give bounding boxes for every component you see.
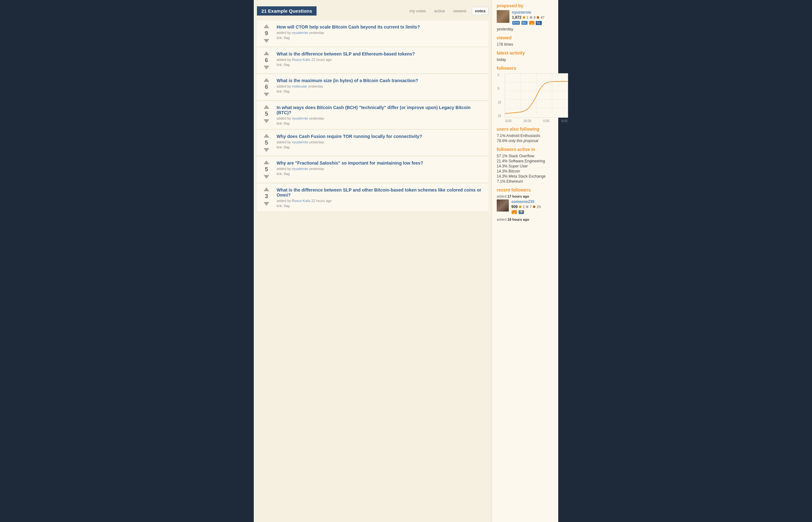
follower-1-silver-icon: [526, 205, 529, 208]
follower-1-info: someone235 909 2 7 29 🔥 🏆: [511, 199, 541, 214]
follower-1-badges: 909 2 7 29: [511, 204, 541, 209]
question-username-7[interactable]: Rosco Kalis: [292, 199, 310, 203]
vote-up-4[interactable]: [263, 105, 269, 109]
tab-my-votes[interactable]: my votes: [407, 7, 429, 15]
question-actions-4: link|flag: [277, 121, 485, 125]
tab-votes[interactable]: votes: [472, 7, 489, 15]
vote-up-3[interactable]: [263, 78, 269, 82]
recent-follower-1: added 17 hours ago someone235 909 2 7: [497, 195, 554, 214]
proposer-avatar: [497, 10, 509, 23]
question-meta-6: added by nyusternie yesterday: [277, 167, 485, 170]
question-meta-4: added by nyusternie yesterday: [277, 116, 485, 120]
question-username-1[interactable]: nyusternie: [292, 31, 308, 35]
proposer-name[interactable]: nyusternie: [512, 10, 544, 15]
question-link-2[interactable]: link: [277, 63, 282, 66]
vote-up-2[interactable]: [263, 52, 269, 55]
question-content-4: In what ways does Bitcoin Cash (BCH) "te…: [277, 105, 485, 125]
question-link-4[interactable]: link: [277, 121, 282, 125]
question-flag-1[interactable]: flag: [284, 36, 290, 40]
question-item-3: 6 What is the maximum size (in bytes) of…: [257, 74, 489, 101]
question-username-6[interactable]: nyusternie: [292, 167, 308, 170]
bronze-badge-icon: [537, 16, 539, 19]
sidebar: proposed by nyusternie 1,872 1 9 47: [492, 0, 558, 522]
follower-1-rep: 909: [511, 204, 518, 209]
vote-down-1[interactable]: [263, 39, 269, 43]
question-content-1: How will CTOR help scale Bitcoin Cash be…: [277, 24, 485, 40]
followers-chart: 15 10 5 0: [497, 73, 554, 123]
eth-badge: ETH: [512, 21, 520, 25]
question-flag-7[interactable]: flag: [284, 204, 290, 208]
question-item-7: 3 What is the difference between SLP and…: [257, 184, 489, 212]
vote-down-7[interactable]: [263, 202, 269, 206]
question-title-2[interactable]: What is the difference between SLP and E…: [277, 52, 485, 57]
vote-up-1[interactable]: [263, 24, 269, 28]
follower-1-badge2: 🏆: [519, 210, 524, 214]
question-title-5[interactable]: Why does Cash Fusion require TOR running…: [277, 134, 485, 139]
vote-down-2[interactable]: [263, 66, 269, 69]
vote-up-7[interactable]: [263, 187, 269, 191]
question-username-5[interactable]: nyusternie: [292, 140, 308, 144]
question-link-5[interactable]: link: [277, 145, 282, 149]
question-content-5: Why does Cash Fusion require TOR running…: [277, 134, 485, 149]
question-flag-4[interactable]: flag: [284, 121, 290, 125]
question-link-7[interactable]: link: [277, 204, 282, 208]
recent-follower-2-time: added 18 hours ago: [497, 218, 554, 221]
chart-y-labels: 15 10 5 0: [498, 73, 501, 118]
proposed-by-label: proposed by: [497, 3, 554, 8]
question-content-6: Why are "Fractional Satoshis" so importa…: [277, 160, 485, 176]
vote-down-4[interactable]: [263, 119, 269, 123]
vote-count-3: 6: [265, 84, 268, 91]
vote-down-3[interactable]: [263, 93, 269, 96]
latest-activity-text: today: [497, 57, 554, 62]
vote-count-5: 5: [265, 140, 268, 146]
proposer-info: nyusternie 1,872 1 9 47 ETH BC 🔥: [512, 10, 544, 25]
question-meta-2: added by Rosco Kalis 22 hours ago: [277, 58, 485, 62]
follower-1-silver: 7: [530, 205, 532, 209]
gold-badge-icon: [523, 16, 525, 19]
question-username-2[interactable]: Rosco Kalis: [292, 58, 310, 62]
question-link-3[interactable]: link: [277, 89, 282, 93]
question-link-6[interactable]: link: [277, 172, 282, 176]
viewed-label: viewed: [497, 35, 554, 40]
question-username-3[interactable]: molecular: [292, 84, 307, 88]
follower-1-gold: 2: [523, 205, 524, 209]
gold-badge-count: 1: [527, 16, 529, 19]
followers-active-item-3: 14.3% Bitcoin: [497, 169, 554, 174]
question-title-1[interactable]: How will CTOR help scale Bitcoin Cash be…: [277, 24, 485, 29]
recent-follower-1-time: added 17 hours ago: [497, 195, 554, 198]
followers-active-in-label: followers active in: [497, 147, 554, 152]
proposer-rep: 1,872: [512, 15, 521, 20]
tab-active[interactable]: active: [432, 7, 448, 15]
question-item-2: 6 What is the difference between SLP and…: [257, 47, 489, 74]
question-title-4[interactable]: In what ways does Bitcoin Cash (BCH) "te…: [277, 105, 485, 115]
tab-newest[interactable]: newest: [451, 7, 469, 15]
latest-activity-label: latest activity: [497, 51, 554, 56]
vote-down-6[interactable]: [263, 175, 269, 179]
recent-follower-1-row: someone235 909 2 7 29 🔥 🏆: [497, 199, 554, 214]
vote-up-6[interactable]: [263, 160, 269, 164]
vote-up-5[interactable]: [263, 134, 269, 138]
question-flag-6[interactable]: flag: [284, 172, 290, 176]
following-item-2: 78.6% only this proposal: [497, 139, 554, 143]
vote-section-6: 5: [260, 160, 273, 179]
question-flag-3[interactable]: flag: [284, 89, 290, 93]
question-title-3[interactable]: What is the maximum size (in bytes) of a…: [277, 78, 485, 83]
followers-active-item-1: 21.4% Software Engineering: [497, 159, 554, 163]
vote-down-5[interactable]: [263, 148, 269, 152]
chart-container: [504, 73, 568, 118]
question-title-6[interactable]: Why are "Fractional Satoshis" so importa…: [277, 160, 485, 165]
chart-x-labels: 8:00 16:00 0:00 8:00: [504, 119, 568, 123]
question-title-7[interactable]: What is the difference between SLP and o…: [277, 187, 485, 198]
question-flag-2[interactable]: flag: [284, 63, 290, 66]
follower-1-bronze: 29: [537, 205, 540, 209]
question-content-3: What is the maximum size (in bytes) of a…: [277, 78, 485, 93]
proposer-row: nyusternie 1,872 1 9 47 ETH BC 🔥: [497, 10, 554, 25]
followers-active-item-5: 7.1% Ethereum: [497, 179, 554, 184]
question-link-1[interactable]: link: [277, 36, 282, 40]
viewed-text: 178 times: [497, 42, 554, 47]
question-flag-5[interactable]: flag: [284, 145, 290, 149]
question-username-4[interactable]: nyusternie: [292, 116, 308, 120]
follower-1-name[interactable]: someone235: [511, 199, 541, 204]
question-content-2: What is the difference between SLP and E…: [277, 52, 485, 66]
proposer-badges: 1,872 1 9 47: [512, 15, 544, 20]
